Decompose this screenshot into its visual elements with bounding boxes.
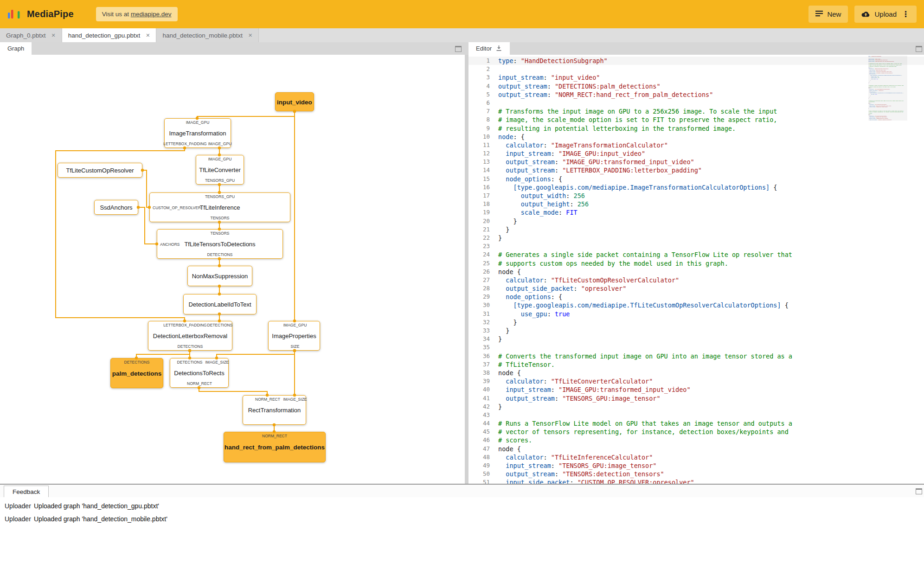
code-row[interactable]: 4output_stream: "DETECTIONS:palm_detecti… (468, 82, 924, 90)
code-row[interactable]: 39 calculator: "TfLiteConverterCalculato… (468, 377, 924, 385)
graph-node-DetectionLabelIdToText[interactable]: DetectionLabelIdToText (183, 294, 257, 314)
code-row[interactable]: 32 } (468, 318, 924, 326)
upload-menu-kebab-icon[interactable]: ⋮ (902, 10, 910, 18)
close-tab-icon[interactable]: ✕ (51, 32, 56, 38)
code-line-text[interactable]: type: "HandDetectionSubgraph" (490, 57, 608, 65)
code-line-text[interactable]: calculator: "ImageTransformationCalculat… (490, 141, 668, 149)
code-row[interactable]: 11 calculator: "ImageTransformationCalcu… (468, 141, 924, 149)
code-row[interactable]: 33 } (468, 326, 924, 335)
graph-node-TfLiteTensorsToDetections[interactable]: TfLiteTensorsToDetectionsTENSORSANCHORSD… (157, 229, 283, 259)
graph-node-hand_rect_from_palm_detections[interactable]: hand_rect_from_palm_detectionsNORM_RECT (224, 432, 326, 462)
code-line-text[interactable]: # image, the scale_mode option is set to… (490, 115, 777, 124)
code-row[interactable]: 5output_stream: "NORM_RECT:hand_rect_fro… (468, 90, 924, 99)
graph-node-ImageProperties[interactable]: ImagePropertiesIMAGE_GPUSIZE (268, 321, 320, 351)
new-button[interactable]: New (808, 6, 848, 23)
feedback-panel-tab[interactable]: Feedback (4, 486, 49, 498)
code-row[interactable]: 12 input_stream: "IMAGE_GPU:input_video" (468, 149, 924, 158)
code-line-text[interactable]: # Transforms the input image on GPU to a… (490, 107, 777, 115)
code-line-text[interactable]: # supports custom ops needed by the mode… (490, 259, 728, 268)
code-row[interactable]: 45# vector of tensors representing, for … (468, 428, 924, 436)
graph-expand-icon[interactable] (455, 46, 462, 52)
graph-node-ImageTransformation[interactable]: ImageTransformationIMAGE_GPULETTERBOX_PA… (164, 118, 231, 148)
code-line-text[interactable]: calculator: "TfLiteConverterCalculator" (490, 377, 653, 385)
code-row[interactable]: 23 (468, 242, 924, 250)
code-line-text[interactable]: calculator: "TfLiteInferenceCalculator" (490, 453, 653, 461)
graph-canvas[interactable]: input_videoImageTransformationIMAGE_GPUL… (0, 55, 465, 484)
code-line-text[interactable]: # Converts the transformed input image o… (490, 352, 792, 360)
code-line-text[interactable]: # TfLiteTensor. (490, 360, 555, 369)
code-row[interactable]: 30 [type.googleapis.com/mediapipe.TfLite… (468, 301, 924, 309)
graph-node-input_video[interactable]: input_video (275, 92, 314, 111)
code-row[interactable]: 25# supports custom ops needed by the mo… (468, 259, 924, 268)
code-line-text[interactable]: } (490, 225, 509, 234)
graph-node-DetectionsToRects[interactable]: DetectionsToRectsDETECTIONSIMAGE_SIZENOR… (170, 358, 229, 388)
code-line-text[interactable]: [type.googleapis.com/mediapipe.ImageTran… (490, 183, 777, 192)
code-line-text[interactable]: output_stream: "TENSORS:detection_tensor… (490, 470, 664, 478)
code-row[interactable]: 36# Converts the transformed input image… (468, 352, 924, 360)
code-line-text[interactable]: output_stream: "LETTERBOX_PADDING:letter… (490, 166, 702, 174)
code-row[interactable]: 42} (468, 403, 924, 411)
code-line-text[interactable]: input_stream: "IMAGE_GPU:transformed_inp… (490, 385, 691, 394)
code-row[interactable]: 18 output_height: 256 (468, 200, 924, 208)
code-row[interactable]: 41 output_stream: "TENSORS_GPU:image_ten… (468, 394, 924, 403)
code-line-text[interactable]: output_height: 256 (490, 200, 589, 208)
code-row[interactable]: 16 [type.googleapis.com/mediapipe.ImageT… (468, 183, 924, 192)
code-line-text[interactable]: # resulting in potential letterboxing in… (490, 124, 736, 133)
code-line-text[interactable]: # Runs a TensorFlow Lite model on GPU th… (490, 419, 792, 428)
code-row[interactable]: 24# Generates a single side packet conta… (468, 250, 924, 259)
code-row[interactable]: 29 node_options: { (468, 293, 924, 301)
code-line-text[interactable]: # scores. (490, 436, 532, 444)
code-row[interactable]: 3input_stream: "input_video" (468, 73, 924, 82)
code-line-text[interactable]: scale_mode: FIT (490, 208, 578, 217)
file-tab-Graph_0.pbtxt[interactable]: Graph_0.pbtxt✕ (0, 28, 62, 42)
editor-minimap[interactable]: type: "HandDetectionSubgraph" input_stre… (868, 56, 907, 481)
code-line-text[interactable]: output_stream: "IMAGE_GPU:transformed_in… (490, 158, 694, 166)
code-row[interactable]: 15 node_options: { (468, 175, 924, 183)
code-row[interactable]: 34} (468, 335, 924, 343)
code-line-text[interactable] (490, 343, 502, 352)
editor-panel-tab[interactable]: Editor (468, 42, 510, 55)
code-row[interactable]: 1type: "HandDetectionSubgraph" (468, 57, 924, 65)
code-line-text[interactable]: } (490, 335, 502, 343)
code-line-text[interactable]: input_side_packet: "CUSTOM_OP_RESOLVER:o… (490, 478, 694, 484)
code-row[interactable]: 10node: { (468, 133, 924, 141)
code-line-text[interactable]: node { (490, 369, 521, 377)
code-row[interactable]: 38node { (468, 369, 924, 377)
code-row[interactable]: 20 } (468, 217, 924, 225)
code-line-text[interactable]: use_gpu: true (490, 310, 570, 318)
code-row[interactable]: 43 (468, 411, 924, 419)
graph-node-NonMaxSuppression[interactable]: NonMaxSuppression (187, 266, 252, 286)
code-row[interactable]: 9# resulting in potential letterboxing i… (468, 124, 924, 133)
code-row[interactable]: 26node { (468, 268, 924, 276)
code-line-text[interactable] (490, 99, 502, 107)
code-line-text[interactable] (490, 242, 502, 250)
code-row[interactable]: 17 output_width: 256 (468, 192, 924, 200)
code-row[interactable]: 51 input_side_packet: "CUSTOM_OP_RESOLVE… (468, 478, 924, 484)
code-line-text[interactable]: output_stream: "TENSORS_GPU:image_tensor… (490, 394, 661, 403)
graph-node-SsdAnchors[interactable]: SsdAnchors (94, 200, 138, 215)
code-line-text[interactable] (490, 65, 502, 73)
code-row[interactable]: 46# scores. (468, 436, 924, 444)
code-row[interactable]: 48 calculator: "TfLiteInferenceCalculato… (468, 453, 924, 461)
code-line-text[interactable]: } (490, 326, 509, 335)
code-row[interactable]: 37# TfLiteTensor. (468, 360, 924, 369)
code-row[interactable]: 35 (468, 343, 924, 352)
code-line-text[interactable]: output_side_packet: "opresolver" (490, 284, 626, 293)
code-line-text[interactable]: input_stream: "IMAGE_GPU:input_video" (490, 149, 645, 158)
graph-panel-tab[interactable]: Graph (0, 42, 32, 55)
code-row[interactable]: 47node { (468, 445, 924, 453)
code-row[interactable]: 13 output_stream: "IMAGE_GPU:transformed… (468, 158, 924, 166)
graph-node-TfLiteConverter[interactable]: TfLiteConverterIMAGE_GPUTENSORS_GPU (196, 155, 244, 185)
code-row[interactable]: 31 use_gpu: true (468, 310, 924, 318)
code-line-text[interactable]: node: { (490, 133, 525, 141)
code-line-text[interactable]: output_stream: "NORM_RECT:hand_rect_from… (490, 90, 713, 99)
code-row[interactable]: 19 scale_mode: FIT (468, 208, 924, 217)
code-line-text[interactable]: [type.googleapis.com/mediapipe.TfLiteCus… (490, 301, 789, 309)
code-line-text[interactable]: node { (490, 268, 521, 276)
code-row[interactable]: 2 (468, 65, 924, 73)
code-row[interactable]: 14 output_stream: "LETTERBOX_PADDING:let… (468, 166, 924, 174)
download-graph-icon[interactable] (495, 45, 502, 53)
code-line-text[interactable]: input_stream: "TENSORS_GPU:image_tensor" (490, 461, 656, 470)
code-row[interactable]: 28 output_side_packet: "opresolver" (468, 284, 924, 293)
code-line-text[interactable]: } (490, 217, 517, 225)
